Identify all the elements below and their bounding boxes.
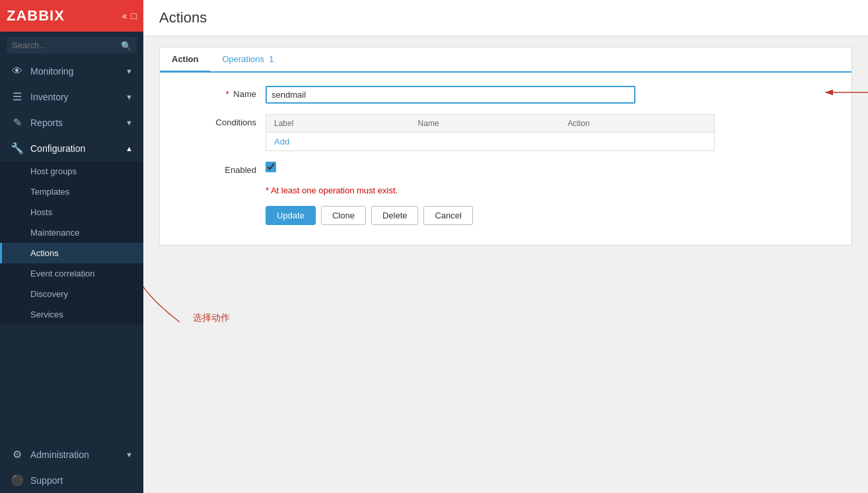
- monitoring-icon: 👁: [11, 65, 24, 77]
- sidebar-search-container: 🔍: [0, 32, 143, 59]
- search-input[interactable]: [7, 37, 137, 53]
- sidebar-item-templates[interactable]: Templates: [0, 181, 143, 202]
- sidebar-item-inventory-label: Inventory: [30, 92, 69, 102]
- name-input[interactable]: [266, 86, 635, 104]
- form-section: * Name: [160, 73, 851, 245]
- sidebar-bottom: ⚙ Administration ▼ ⚫ Support: [0, 442, 143, 493]
- main-content: Action Operations 1 * Name: [143, 36, 868, 493]
- sidebar-item-reports[interactable]: ✎ Reports ▼: [0, 110, 143, 135]
- delete-button[interactable]: Delete: [371, 206, 419, 225]
- sidebar-header-controls: « □: [122, 11, 137, 21]
- enabled-label-container: Enabled: [180, 162, 266, 175]
- tabs-bar: Action Operations 1: [160, 48, 851, 73]
- monitoring-arrow-icon: ▼: [126, 67, 133, 75]
- conditions-label: Conditions: [216, 117, 256, 127]
- button-row: Update Clone Delete Cancel: [180, 206, 832, 225]
- sidebar-item-inventory[interactable]: ☰ Inventory ▼: [0, 84, 143, 110]
- col-label: Label: [266, 115, 410, 133]
- name-row: * Name: [180, 86, 832, 104]
- sidebar-item-discovery[interactable]: Discovery: [0, 284, 143, 304]
- update-button[interactable]: Update: [266, 206, 316, 225]
- sidebar-item-maintenance[interactable]: Maintenance: [0, 222, 143, 243]
- expand-icon[interactable]: □: [131, 11, 137, 21]
- sidebar-item-administration-label: Administration: [30, 449, 89, 460]
- sidebar-item-monitoring[interactable]: 👁 Monitoring ▼: [0, 59, 143, 84]
- sidebar-header: ZABBIX « □: [0, 0, 143, 32]
- inventory-arrow-icon: ▼: [126, 93, 133, 101]
- sidebar-item-reports-label: Reports: [30, 117, 63, 128]
- name-control: [266, 86, 818, 104]
- administration-icon: ⚙: [11, 448, 24, 461]
- sidebar-item-monitoring-label: Monitoring: [30, 66, 73, 77]
- configuration-subnav: Host groups Templates Hosts Maintenance …: [0, 161, 143, 325]
- sidebar-item-actions[interactable]: Actions: [0, 243, 143, 263]
- sidebar-item-configuration-label: Configuration: [30, 143, 85, 154]
- collapse-icon[interactable]: «: [122, 11, 127, 21]
- operations-badge: 1: [269, 54, 273, 64]
- name-required: *: [226, 89, 229, 99]
- sidebar: ZABBIX « □ 🔍 👁 Monitoring ▼ ☰ Inventory …: [0, 0, 143, 493]
- enabled-checkbox[interactable]: [266, 162, 276, 172]
- configuration-icon: 🔧: [11, 142, 24, 154]
- sidebar-item-services[interactable]: Services: [0, 304, 143, 325]
- name-arrow-svg: [812, 79, 868, 112]
- info-message: * At least one operation must exist.: [180, 185, 832, 195]
- select-action-annotation: 选择动作: [193, 312, 230, 324]
- sidebar-item-host-groups[interactable]: Host groups: [0, 161, 143, 181]
- col-name: Name: [410, 115, 560, 133]
- sidebar-item-event-correlation[interactable]: Event correlation: [0, 263, 143, 284]
- content-card: Action Operations 1 * Name: [159, 47, 852, 246]
- support-icon: ⚫: [11, 474, 24, 486]
- enabled-row: Enabled: [180, 162, 832, 175]
- enabled-control: [266, 162, 832, 174]
- add-condition-link[interactable]: Add: [274, 137, 289, 147]
- inventory-icon: ☰: [11, 90, 24, 103]
- main-area: Actions Action Operations 1 * Na: [143, 0, 868, 493]
- conditions-control: Label Name Action Add: [266, 114, 832, 151]
- sidebar-item-administration[interactable]: ⚙ Administration ▼: [0, 442, 143, 467]
- conditions-add-row: Add: [266, 133, 715, 151]
- col-action: Action: [560, 115, 714, 133]
- search-icon: 🔍: [121, 40, 131, 50]
- reports-arrow-icon: ▼: [126, 119, 133, 127]
- conditions-table: Label Name Action Add: [266, 114, 715, 151]
- cancel-button[interactable]: Cancel: [423, 206, 472, 225]
- clone-button[interactable]: Clone: [321, 206, 366, 225]
- sidebar-item-support-label: Support: [30, 475, 63, 486]
- page-header: Actions: [143, 0, 868, 36]
- enabled-label: Enabled: [225, 165, 256, 175]
- sidebar-item-support[interactable]: ⚫ Support: [0, 467, 143, 493]
- name-label: Name: [233, 89, 256, 99]
- page-title: Actions: [159, 9, 852, 26]
- tab-action[interactable]: Action: [160, 48, 210, 73]
- select-action-text: 选择动作: [193, 312, 230, 323]
- name-label-container: * Name: [180, 86, 266, 99]
- configuration-arrow-icon: ▲: [126, 145, 133, 152]
- conditions-row: Conditions Label Name Action: [180, 114, 832, 151]
- sidebar-item-configuration[interactable]: 🔧 Configuration ▲: [0, 135, 143, 161]
- app-logo: ZABBIX: [7, 7, 65, 24]
- select-action-arrow-svg: [143, 276, 186, 329]
- conditions-label-container: Conditions: [180, 114, 266, 127]
- tab-operations[interactable]: Operations 1: [210, 48, 285, 71]
- reports-icon: ✎: [11, 116, 24, 129]
- sidebar-item-hosts[interactable]: Hosts: [0, 202, 143, 222]
- administration-arrow-icon: ▼: [126, 451, 133, 459]
